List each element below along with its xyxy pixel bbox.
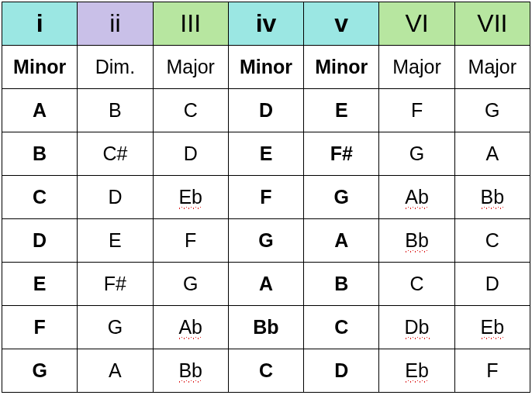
cell-text: F# bbox=[330, 143, 353, 164]
cell-G-1: G bbox=[2, 349, 78, 393]
cell-F-4: Bb bbox=[228, 306, 303, 349]
quality-6: Major bbox=[379, 46, 454, 89]
cell-G-2: A bbox=[78, 349, 153, 393]
quality-2: Dim. bbox=[78, 46, 153, 89]
cell-A-6: F bbox=[379, 89, 454, 132]
cell-text: Bb bbox=[253, 316, 278, 338]
cell-text: Ab bbox=[405, 186, 429, 208]
cell-C-4: F bbox=[228, 176, 303, 219]
cell-text: E bbox=[335, 99, 348, 121]
cell-text: C bbox=[410, 273, 424, 294]
cell-F-5: C bbox=[304, 306, 379, 349]
cell-text: F bbox=[34, 316, 46, 338]
cell-A-7: G bbox=[454, 89, 530, 132]
cell-F-3: Ab bbox=[153, 306, 228, 349]
cell-text: G bbox=[258, 229, 273, 251]
header-row-quality: MinorDim.MajorMinorMinorMajorMajor bbox=[2, 46, 530, 89]
roman-1: i bbox=[2, 2, 78, 46]
cell-text: B bbox=[33, 143, 47, 164]
cell-F-1: F bbox=[2, 306, 78, 349]
cell-text: B bbox=[334, 273, 348, 294]
cell-text: G bbox=[334, 186, 349, 208]
cell-text: F# bbox=[104, 273, 126, 294]
cell-E-5: B bbox=[304, 263, 379, 306]
cell-text: A bbox=[334, 229, 348, 251]
cell-E-2: F# bbox=[78, 263, 153, 306]
cell-A-4: D bbox=[228, 89, 303, 132]
roman-2: ii bbox=[78, 2, 153, 46]
cell-text: F bbox=[411, 99, 423, 121]
cell-B-6: G bbox=[379, 132, 454, 176]
roman-5: v bbox=[304, 2, 379, 46]
cell-C-3: Eb bbox=[153, 176, 228, 219]
key-row-D: DEFGABbC bbox=[2, 219, 530, 263]
cell-text: A bbox=[33, 99, 47, 121]
quality-7: Major bbox=[454, 46, 530, 89]
cell-text: D bbox=[485, 273, 499, 294]
quality-4: Minor bbox=[228, 46, 303, 89]
roman-7: VII bbox=[454, 2, 530, 46]
key-row-F: FGAbBbCDbEb bbox=[2, 306, 530, 349]
cell-text: C bbox=[33, 186, 47, 208]
cell-B-5: F# bbox=[304, 132, 379, 176]
cell-D-4: G bbox=[228, 219, 303, 263]
cell-text: G bbox=[409, 143, 424, 164]
cell-C-6: Ab bbox=[379, 176, 454, 219]
cell-text: F bbox=[486, 359, 498, 381]
cell-G-7: F bbox=[454, 349, 530, 393]
cell-text: D bbox=[184, 143, 198, 164]
cell-text: B bbox=[109, 99, 122, 121]
cell-A-5: E bbox=[304, 89, 379, 132]
cell-text: A bbox=[486, 143, 499, 164]
cell-F-2: G bbox=[78, 306, 153, 349]
cell-text: C bbox=[485, 229, 499, 251]
cell-text: Eb bbox=[178, 186, 202, 208]
cell-text: G bbox=[32, 359, 47, 381]
cell-text: E bbox=[260, 143, 273, 164]
cell-G-6: Eb bbox=[379, 349, 454, 393]
cell-B-4: E bbox=[228, 132, 303, 176]
key-row-G: GABbCDEbF bbox=[2, 349, 530, 393]
cell-C-1: C bbox=[2, 176, 78, 219]
cell-A-3: C bbox=[153, 89, 228, 132]
cell-B-3: D bbox=[153, 132, 228, 176]
cell-E-7: D bbox=[454, 263, 530, 306]
cell-text: G bbox=[108, 316, 123, 338]
cell-text: C bbox=[259, 359, 273, 381]
cell-text: Ab bbox=[178, 316, 202, 338]
roman-3: III bbox=[153, 2, 228, 46]
cell-G-3: Bb bbox=[153, 349, 228, 393]
cell-text: C bbox=[334, 316, 348, 338]
cell-E-1: E bbox=[2, 263, 78, 306]
cell-text: A bbox=[259, 273, 273, 294]
cell-G-5: D bbox=[304, 349, 379, 393]
cell-text: C# bbox=[102, 143, 127, 164]
cell-text: A bbox=[109, 359, 122, 381]
quality-3: Major bbox=[153, 46, 228, 89]
cell-D-1: D bbox=[2, 219, 78, 263]
chord-table: iiiIIIivvVIVIIMinorDim.MajorMinorMinorMa… bbox=[2, 2, 530, 393]
cell-E-4: A bbox=[228, 263, 303, 306]
key-row-B: BC#DEF#GA bbox=[2, 132, 530, 176]
cell-B-7: A bbox=[454, 132, 530, 176]
cell-E-3: G bbox=[153, 263, 228, 306]
cell-D-3: F bbox=[153, 219, 228, 263]
cell-text: Db bbox=[405, 316, 430, 338]
header-row-roman: iiiIIIivvVIVII bbox=[2, 2, 530, 46]
roman-6: VI bbox=[379, 2, 454, 46]
cell-text: G bbox=[485, 99, 499, 121]
cell-text: D bbox=[33, 229, 47, 251]
key-row-E: EF#GABCD bbox=[2, 263, 530, 306]
cell-text: G bbox=[183, 273, 198, 294]
cell-G-4: C bbox=[228, 349, 303, 393]
cell-D-2: E bbox=[78, 219, 153, 263]
cell-text: F bbox=[260, 186, 271, 208]
key-row-C: CDEbFGAbBb bbox=[2, 176, 530, 219]
cell-C-7: Bb bbox=[454, 176, 530, 219]
cell-D-5: A bbox=[304, 219, 379, 263]
roman-4: iv bbox=[228, 2, 303, 46]
cell-B-2: C# bbox=[78, 132, 153, 176]
cell-text: F bbox=[185, 229, 196, 251]
cell-B-1: B bbox=[2, 132, 78, 176]
cell-text: D bbox=[259, 99, 273, 121]
